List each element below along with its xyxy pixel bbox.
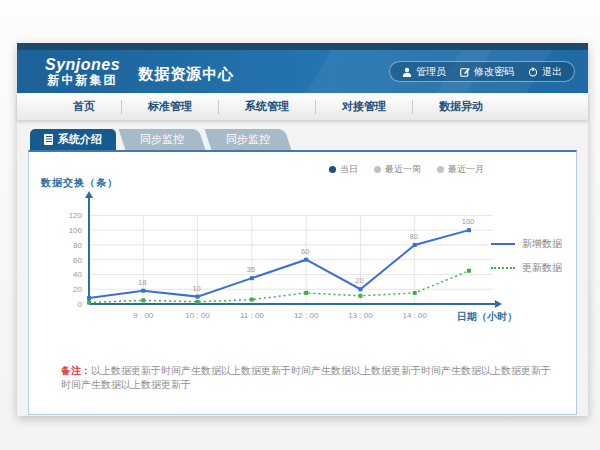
svg-text:13 : 00: 13 : 00	[348, 311, 373, 320]
svg-text:60: 60	[301, 247, 309, 256]
tab-sync-monitor-1[interactable]: 同步监控	[119, 129, 206, 150]
user-icon	[402, 67, 412, 77]
svg-text:日期（小时）: 日期（小时）	[457, 311, 517, 322]
app-header: Synjones 新中新集团 数据资源中心 管理员 修改密码	[17, 50, 588, 93]
range-option-last-month[interactable]: 最近一月	[437, 163, 484, 176]
nav-item-home[interactable]: 首页	[47, 99, 121, 114]
svg-text:0: 0	[78, 300, 83, 309]
change-password-button[interactable]: 修改密码	[460, 65, 514, 79]
nav-item-data-change[interactable]: 数据异动	[413, 99, 509, 114]
nav-item-standard-mgmt[interactable]: 标准管理	[122, 99, 218, 114]
series-legend: 新增数据 更新数据	[491, 237, 562, 275]
nav-item-system-mgmt[interactable]: 系统管理	[219, 99, 315, 114]
footnote-label: 备注	[61, 365, 81, 376]
series-label: 新增数据	[522, 237, 562, 251]
svg-text:40: 40	[73, 270, 82, 279]
svg-text:14 : 00: 14 : 00	[402, 311, 427, 320]
footnote-text: 以上数据更新于时间产生数据以上数据更新于时间产生数据以上数据更新于时间产生数据以…	[61, 365, 551, 390]
main-nav: 首页 标准管理 系统管理 对接管理 数据异动	[17, 93, 588, 120]
range-option-last-week[interactable]: 最近一周	[374, 163, 421, 176]
range-filter: 当日 最近一周 最近一月	[329, 163, 484, 176]
svg-text:12 : 00: 12 : 00	[294, 311, 319, 320]
logo-subtext: 新中新集团	[45, 74, 120, 87]
svg-text:11 : 00: 11 : 00	[240, 311, 264, 320]
range-option-label: 最近一周	[385, 163, 421, 176]
svg-text:80: 80	[410, 232, 418, 241]
range-option-label: 最近一月	[448, 163, 484, 176]
tab-label: 同步监控	[226, 132, 270, 147]
svg-text:18: 18	[138, 278, 146, 287]
chart-panel: 当日 最近一周 最近一月 数据交换（条） 0204060801001209 : …	[28, 150, 577, 415]
app-window: Synjones 新中新集团 数据资源中心 管理员 修改密码	[17, 43, 588, 416]
svg-text:10: 10	[192, 284, 200, 293]
tab-system-intro[interactable]: 系统介绍	[30, 129, 116, 150]
tab-bar: 系统介绍 同步监控 同步监控	[30, 129, 577, 150]
tab-sync-monitor-2[interactable]: 同步监控	[205, 129, 292, 150]
header-top-strip	[17, 43, 588, 50]
page-background: Synjones 新中新集团 数据资源中心 管理员 修改密码	[0, 0, 600, 450]
content-area: 系统介绍 同步监控 同步监控 当日 最近一周	[17, 120, 588, 415]
edit-icon	[460, 67, 470, 77]
radio-icon	[437, 166, 444, 173]
power-icon	[528, 67, 538, 77]
radio-selected-icon	[329, 166, 336, 173]
svg-text:20: 20	[355, 276, 363, 285]
logout-label: 退出	[542, 65, 562, 79]
series-label: 更新数据	[522, 261, 562, 275]
line-chart: 0204060801001209 : 0010 : 0011 : 0012 : …	[47, 190, 519, 336]
svg-text:80: 80	[73, 241, 82, 250]
range-option-label: 当日	[340, 163, 358, 176]
change-password-label: 修改密码	[474, 65, 514, 79]
svg-text:35: 35	[247, 265, 255, 274]
tab-label: 系统介绍	[58, 132, 102, 147]
tab-label: 同步监控	[140, 132, 184, 147]
chart-canvas: 0204060801001209 : 0010 : 0011 : 0012 : …	[47, 190, 519, 332]
legend-new-data: 新增数据	[491, 237, 562, 251]
svg-text:10 : 00: 10 : 00	[185, 311, 210, 320]
chart-y-axis-title: 数据交换（条）	[41, 176, 118, 190]
svg-text:100: 100	[69, 226, 83, 235]
footnote-separator: ：	[81, 365, 91, 376]
svg-text:120: 120	[69, 211, 83, 220]
blue-line-swatch	[491, 243, 515, 245]
green-dotted-swatch	[491, 267, 515, 269]
company-logo: Synjones 新中新集团	[45, 57, 120, 86]
legend-update-data: 更新数据	[491, 261, 562, 275]
footnote: 备注：以上数据更新于时间产生数据以上数据更新于时间产生数据以上数据更新于时间产生…	[61, 364, 551, 392]
nav-item-interface-mgmt[interactable]: 对接管理	[316, 99, 412, 114]
page-title: 数据资源中心	[138, 59, 234, 84]
admin-user-label: 管理员	[416, 65, 446, 79]
radio-icon	[374, 166, 381, 173]
logo-text: Synjones	[45, 57, 120, 74]
document-icon	[44, 134, 53, 145]
user-toolbar: 管理员 修改密码 退出	[389, 61, 575, 82]
svg-text:100: 100	[462, 217, 475, 226]
svg-text:60: 60	[73, 256, 82, 265]
svg-text:9 : 00: 9 : 00	[133, 311, 154, 320]
admin-user-button[interactable]: 管理员	[402, 65, 446, 79]
svg-text:20: 20	[73, 285, 82, 294]
range-option-today[interactable]: 当日	[329, 163, 358, 176]
logout-button[interactable]: 退出	[528, 65, 562, 79]
